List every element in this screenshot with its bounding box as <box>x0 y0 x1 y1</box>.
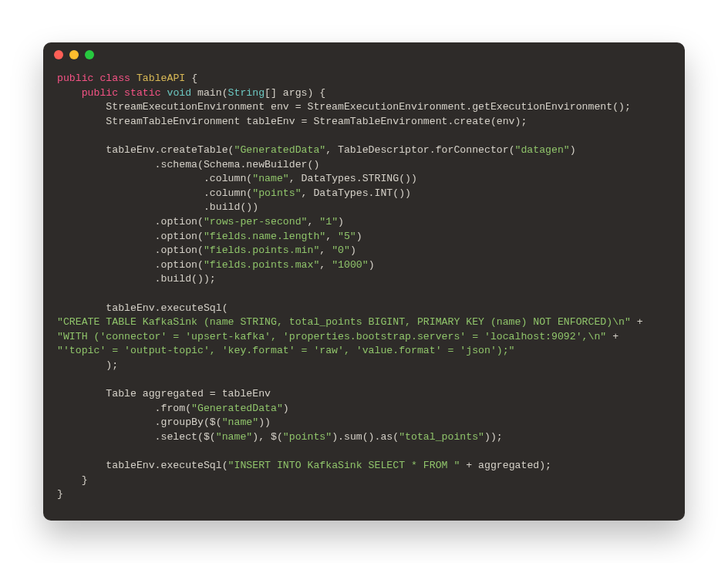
window-titlebar <box>43 42 685 67</box>
code-line: Table aggregated = tableEnv <box>57 388 271 399</box>
string: "total_points" <box>399 431 484 443</box>
code-line: .build()); <box>57 273 216 285</box>
keyword: class <box>99 72 130 84</box>
code-text: + <box>606 331 618 342</box>
code-text: ).sum().as( <box>332 431 399 443</box>
code-text: .groupBy($( <box>57 416 222 428</box>
code-text: [] args) { <box>265 87 325 99</box>
string: "fields.name.length" <box>204 231 325 242</box>
code-line: .schema(Schema.newBuilder() <box>57 159 319 170</box>
code-text: .option( <box>57 231 204 242</box>
code-text: .column( <box>57 173 252 184</box>
type: String <box>228 87 265 99</box>
string: "fields.points.min" <box>204 244 319 256</box>
code-text: ), $( <box>252 431 283 443</box>
code-line: } <box>57 488 63 500</box>
code-text: )) <box>258 416 271 428</box>
code-text: .column( <box>57 187 252 199</box>
code-line: tableEnv.executeSql( <box>57 302 228 314</box>
string: "1000" <box>332 259 368 271</box>
code-window: public class TableAPI { public static vo… <box>43 42 685 521</box>
string: "name" <box>216 431 252 443</box>
close-icon[interactable] <box>54 50 63 59</box>
code-text: + <box>631 316 643 328</box>
string: "CREATE TABLE KafkaSink (name STRING, to… <box>57 316 631 328</box>
code-text: .from( <box>57 403 191 414</box>
code-text: , <box>319 259 332 271</box>
code-text: ) <box>350 244 356 256</box>
code-line: .build()) <box>57 201 258 213</box>
code-text: ) <box>369 259 375 271</box>
string: "points" <box>252 187 301 199</box>
string: "0" <box>332 244 350 256</box>
code-text: + aggregated); <box>460 460 551 471</box>
string: "1" <box>319 216 338 228</box>
string: "datagen" <box>515 144 570 156</box>
code-text: , DataTypes.STRING()) <box>289 173 417 184</box>
code-text: , <box>325 231 338 242</box>
string: "INSERT INTO KafkaSink SELECT * FROM " <box>228 460 460 471</box>
keyword: public <box>57 72 93 84</box>
string: "WITH ('connector' = 'upsert-kafka', 'pr… <box>57 331 606 342</box>
code-text: , TableDescriptor.forConnector( <box>325 144 514 156</box>
code-text: .select($( <box>57 431 216 443</box>
string: "rows-per-second" <box>204 216 308 228</box>
code-text: tableEnv.executeSql( <box>57 460 228 471</box>
type: void <box>167 87 191 99</box>
minimize-icon[interactable] <box>69 50 79 59</box>
code-line: StreamExecutionEnvironment env = StreamE… <box>57 101 631 113</box>
code-text: )); <box>484 431 503 443</box>
string: "'topic' = 'output-topic', 'key.format' … <box>57 345 515 356</box>
code-text: , <box>307 216 319 228</box>
string: "5" <box>338 231 356 242</box>
code-text: ) <box>570 144 576 156</box>
code-block: public class TableAPI { public static vo… <box>43 67 685 521</box>
code-text: ) <box>283 403 289 414</box>
zoom-icon[interactable] <box>85 50 94 59</box>
keyword: static <box>124 87 160 99</box>
code-text: .option( <box>57 216 204 228</box>
string: "name" <box>222 416 258 428</box>
class-name: TableAPI <box>136 72 185 84</box>
code-text: main( <box>191 87 228 99</box>
string: "name" <box>252 173 288 184</box>
code-text: .option( <box>57 259 204 271</box>
code-line: StreamTableEnvironment tableEnv = Stream… <box>57 116 527 127</box>
code-line: } <box>57 474 88 486</box>
string: "points" <box>283 431 332 443</box>
code-text: ) <box>356 231 362 242</box>
string: "GeneratedData" <box>191 403 283 414</box>
keyword: public <box>82 87 118 99</box>
code-text: ) <box>338 216 344 228</box>
code-text: , <box>319 244 332 256</box>
string: "fields.points.max" <box>204 259 319 271</box>
code-line: ); <box>57 359 118 371</box>
string: "GeneratedData" <box>234 144 326 156</box>
code-text: tableEnv.createTable( <box>57 144 234 156</box>
code-text: .option( <box>57 244 204 256</box>
code-text: , DataTypes.INT()) <box>302 187 411 199</box>
